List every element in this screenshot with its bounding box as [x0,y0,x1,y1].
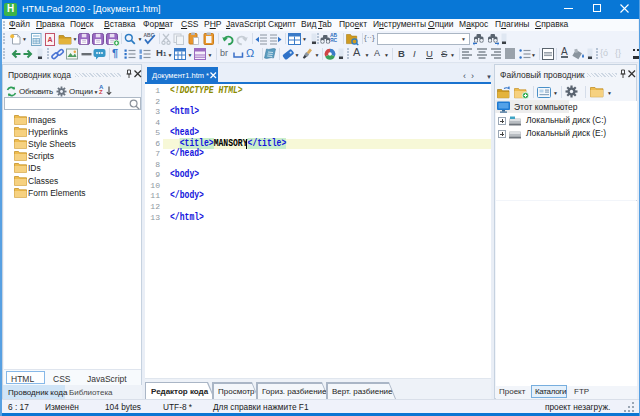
svg-text:A: A [47,36,52,43]
